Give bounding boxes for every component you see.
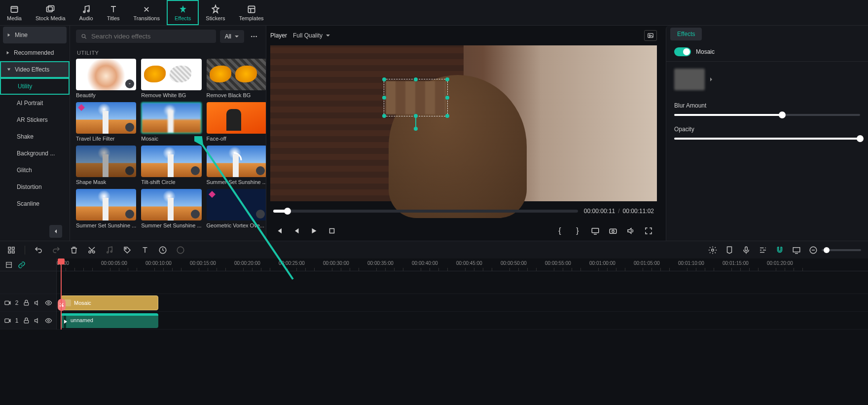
gear-icon[interactable] [708,246,717,255]
download-icon[interactable] [125,123,134,132]
blur-knob[interactable] [779,111,786,118]
handle-left[interactable] [382,96,386,100]
effect-summer2[interactable]: Summer Set Sunshine ... [76,189,136,228]
effect-toggle[interactable] [674,47,691,56]
search-input[interactable] [76,30,216,43]
side-mine[interactable]: Mine [3,27,67,43]
handle-top-left[interactable] [382,77,386,81]
camera-icon[interactable] [609,226,617,235]
lock-icon[interactable] [23,317,30,325]
music-icon[interactable] [105,246,114,255]
timeline-ruler[interactable]: 00:0000:00:05:0000:00:10:0000:00:15:0000… [57,258,868,271]
stop-icon[interactable] [327,226,336,235]
magnet-icon[interactable] [775,246,784,255]
fullscreen-icon[interactable] [644,226,653,235]
tag-icon[interactable] [123,246,132,255]
download-icon[interactable] [191,166,200,175]
blur-slider[interactable] [674,114,860,116]
tab-transitions[interactable]: Transitions [127,0,167,25]
more-options-button[interactable] [248,31,260,42]
selection-box[interactable] [384,79,448,116]
timeline-body[interactable]: 00:0000:00:05:0000:00:10:0000:00:15:0000… [57,258,868,330]
prev-frame-icon[interactable] [274,226,283,235]
effect-mosaic[interactable]: Mosaic [141,102,201,142]
download-icon[interactable] [125,210,134,219]
effect-remove-black[interactable]: Remove Black BG [207,59,266,98]
effect-faceoff[interactable]: Face-off [207,102,266,142]
zoom-slider[interactable] [822,249,861,251]
quality-dropdown[interactable]: Full Quality [293,32,330,39]
effect-summer3[interactable]: Summer Set Sunshine ... [141,189,201,228]
redo-icon[interactable] [52,246,61,255]
clip-video[interactable]: unnamed [61,313,158,328]
side-background[interactable]: Background ... [0,145,70,162]
side-shake[interactable]: Shake [0,128,70,145]
download-icon[interactable] [256,166,265,175]
player-viewport[interactable] [270,45,657,201]
mute-icon[interactable] [34,317,41,325]
layout-icon[interactable] [5,261,13,269]
effect-tilt-shift[interactable]: Tilt-shift Circle [141,146,201,185]
side-ar-stickers[interactable]: AR Stickers [0,111,70,128]
track-fx[interactable]: Mosaic [57,294,868,312]
player-scrubber[interactable] [273,210,578,213]
zoom-out-icon[interactable] [809,246,818,255]
cut-icon[interactable] [87,246,96,255]
eye-icon[interactable] [45,317,52,325]
play-icon[interactable] [310,226,319,235]
side-utility[interactable]: Utility [0,78,70,95]
mute-icon[interactable] [34,299,41,307]
tab-templates[interactable]: Templates [232,0,270,25]
tab-effects[interactable]: Effects [167,0,199,25]
download-icon[interactable] [191,210,200,219]
download-icon[interactable] [256,210,265,219]
display-icon[interactable] [591,226,600,235]
side-back-button[interactable] [49,225,62,238]
effect-travel[interactable]: Travel Life Filter [76,102,136,142]
rotate-handle[interactable] [414,127,418,131]
tab-stock-media[interactable]: Stock Media [29,0,72,25]
marker-icon[interactable] [725,246,734,255]
filter-all-dropdown[interactable]: All [220,30,244,43]
side-scanline[interactable]: Scanline [0,195,70,212]
side-glitch[interactable]: Glitch [0,162,70,179]
effect-remove-white[interactable]: Remove White BG [141,59,201,98]
tab-stickers[interactable]: Stickers [199,0,232,25]
volume-icon[interactable] [626,226,635,235]
rp-preset-row[interactable] [666,62,868,97]
mic-icon[interactable] [742,246,751,255]
handle-top-right[interactable] [445,77,449,81]
track-video[interactable]: unnamed [57,312,868,330]
link-icon[interactable] [18,261,26,269]
cut-handle[interactable] [58,299,66,311]
delete-icon[interactable] [70,246,78,255]
grid-icon[interactable] [7,246,16,255]
zoom-knob[interactable] [824,247,830,253]
rp-tab-effects[interactable]: Effects [670,28,702,40]
effect-shape-mask[interactable]: Shape Mask [76,146,136,185]
effect-geometric[interactable]: Geometric Vortex Ove... [207,189,266,228]
play-rev-icon[interactable] [292,226,301,235]
snapshot-button[interactable] [644,30,657,41]
handle-bottom-left[interactable] [382,114,386,118]
tab-audio[interactable]: Audio [72,0,100,25]
side-recommended[interactable]: Recommended [0,44,70,61]
undo-icon[interactable] [34,246,43,255]
tab-titles[interactable]: Titles [100,0,127,25]
mark-out-icon[interactable]: } [573,226,582,235]
side-distortion[interactable]: Distortion [0,179,70,195]
color-icon[interactable] [176,246,185,255]
effect-beautify[interactable]: Beautify [76,59,136,98]
side-ai-portrait[interactable]: AI Portrait [0,95,70,111]
handle-bottom-right[interactable] [445,114,449,118]
lock-icon[interactable] [23,299,30,307]
effect-summer1[interactable]: Summer Set Sunshine ... [207,146,266,185]
eye-icon[interactable] [45,299,52,307]
handle-top[interactable] [414,77,418,81]
playhead[interactable] [61,258,62,330]
handle-right[interactable] [445,96,449,100]
download-icon[interactable] [125,79,134,88]
monitor-icon[interactable] [792,246,801,255]
search-field[interactable] [91,33,211,40]
clip-mosaic[interactable]: Mosaic [61,295,158,310]
